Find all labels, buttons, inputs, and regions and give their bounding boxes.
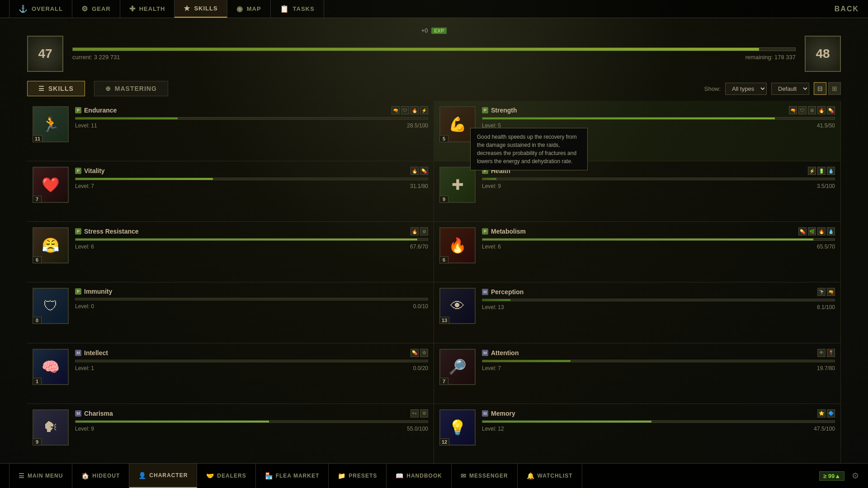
- skill-value: 67.6/70: [410, 244, 428, 250]
- skill-card-vitality[interactable]: ❤️ 7 P Vitality 🔥💊 Level: 7 31.1/80: [27, 161, 434, 222]
- skill-icons: ⭐🔷: [817, 409, 835, 418]
- dealers-icon: 🤝: [206, 472, 214, 479]
- watchlist-icon: 🔔: [527, 472, 535, 479]
- level-row: 47 current: 3 229 731 remaining: 178 337…: [27, 36, 841, 72]
- skill-effect-icon: 🗝: [410, 409, 419, 418]
- nav-map[interactable]: ◉ MAP: [227, 0, 271, 18]
- bottom-presets[interactable]: 📁 PRESETS: [329, 464, 387, 488]
- bottom-dealers[interactable]: 🤝 DEALERS: [197, 464, 255, 488]
- skill-effect-icon: 📍: [827, 349, 835, 357]
- skill-name: Stress Resistance: [84, 228, 139, 235]
- view-list-button[interactable]: ⊟: [814, 82, 826, 95]
- bottom-main-menu[interactable]: ☰ MAIN MENU: [9, 464, 72, 488]
- handbook-label: HANDBOOK: [406, 473, 442, 479]
- skill-icons: 🔭🔫: [817, 288, 835, 296]
- skill-bar-background: [75, 117, 428, 120]
- bottom-watchlist[interactable]: 🔔 WATCHLIST: [518, 464, 582, 488]
- skill-effect-icon: ⚙: [420, 227, 428, 235]
- skill-card-health[interactable]: ✚ 9 P Health ⚡🔋💧 Level: 9 3.5/100: [434, 161, 841, 222]
- skill-footer: Level: 13 8.1/100: [482, 304, 835, 310]
- skill-name: Metabolism: [491, 228, 526, 235]
- skill-card-immunity[interactable]: 🛡 0 P Immunity Level: 0 0.0/10: [27, 282, 434, 343]
- level-next-icon: 48: [805, 36, 841, 72]
- skill-image-vitality: ❤️ 7: [33, 167, 69, 203]
- nav-overall-label: OVERALL: [32, 5, 63, 12]
- skills-icon: ★: [184, 4, 190, 13]
- skill-name: Strength: [491, 107, 517, 114]
- skill-effect-icon: ⚙: [808, 106, 816, 114]
- skill-value: 55.0/100: [407, 426, 428, 432]
- bottom-right: ≥ 99▲ ⚙: [819, 471, 859, 481]
- skill-bar-background: [75, 420, 428, 423]
- skill-info-intellect: M Intellect 💊⚙ Level: 1 0.0/20: [75, 349, 428, 371]
- skill-card-strength[interactable]: 💪 5 P Strength 🔫🛡⚙🔥💊 Good health speeds …: [434, 101, 841, 161]
- nav-overall[interactable]: ⚓ OVERALL: [9, 0, 72, 18]
- skill-image-intellect: 🧠 1: [33, 349, 69, 385]
- skill-type-icon: M: [482, 410, 488, 417]
- mastering-tab[interactable]: ⊕ MASTERING: [94, 81, 168, 96]
- skill-card-metabolism[interactable]: 🔥 6 P Metabolism 💊🌿🔥💧 Level: 6 65.5/70: [434, 222, 841, 282]
- nav-health[interactable]: ✚ HEALTH: [120, 0, 175, 18]
- exp-current: current: 3 229 731: [72, 54, 120, 61]
- bottom-hideout[interactable]: 🏠 HIDEOUT: [72, 464, 129, 488]
- bottom-handbook[interactable]: 📖 HANDBOOK: [387, 464, 452, 488]
- skill-level-badge: 9: [439, 196, 448, 203]
- sort-dropdown[interactable]: Default Name Level: [771, 83, 809, 95]
- bottom-messenger[interactable]: ✉ MESSENGER: [452, 464, 518, 488]
- skill-bar-background: [482, 360, 835, 362]
- show-types-dropdown[interactable]: All types Physical Mental: [725, 83, 767, 95]
- skill-name-row: M Charisma: [75, 410, 113, 417]
- skill-card-attention[interactable]: 🔎 7 M Attention 👁📍 Level: 7 19.7/80: [434, 343, 841, 404]
- handbook-icon: 📖: [396, 472, 404, 479]
- exp-bar-background: [72, 47, 796, 51]
- skill-level-badge: 6: [33, 256, 42, 263]
- skill-type-icon: M: [75, 410, 81, 417]
- skill-effect-icon: 👁: [817, 349, 826, 357]
- bottom-character[interactable]: 👤 CHARACTER: [129, 464, 197, 488]
- skill-footer: Level: 6 67.6/70: [75, 244, 428, 250]
- skill-header: P Immunity: [75, 288, 428, 295]
- back-button[interactable]: BACK: [835, 5, 859, 13]
- skill-bar-fill: [482, 117, 775, 119]
- skill-card-intellect[interactable]: 🧠 1 M Intellect 💊⚙ Level: 1 0.0/20: [27, 343, 434, 404]
- skill-bar-fill: [75, 421, 269, 422]
- skill-value: 31.1/80: [410, 183, 428, 189]
- skill-level-text: Level: 13: [482, 304, 504, 310]
- skill-value: 65.5/70: [817, 244, 835, 250]
- bottom-flea-market[interactable]: 🏪 FLEA MARKET: [256, 464, 329, 488]
- skill-card-perception[interactable]: 👁 13 M Perception 🔭🔫 Level: 13 8.1/100: [434, 282, 841, 343]
- skill-card-endurance[interactable]: 🏃 11 P Endurance 🔫🛡🔥⚡ Level: 11 28.5/100: [27, 101, 434, 161]
- skill-info-metabolism: P Metabolism 💊🌿🔥💧 Level: 6 65.5/70: [482, 227, 835, 250]
- nav-skills[interactable]: ★ SKILLS: [175, 0, 227, 18]
- skill-footer: Level: 6 65.5/70: [482, 244, 835, 250]
- nav-health-label: HEALTH: [139, 5, 165, 12]
- skill-card-charisma[interactable]: 🗣 9 M Charisma 🗝⚙ Level: 9 55.0/100: [27, 404, 434, 465]
- messenger-icon: ✉: [461, 472, 467, 479]
- exp-badge: EXP: [431, 28, 447, 34]
- skill-bar-fill: [482, 239, 813, 240]
- skill-level-badge: 5: [439, 135, 448, 142]
- skill-type-icon: P: [75, 288, 81, 295]
- skill-icons: 🗝⚙: [410, 409, 428, 418]
- skill-header: P Metabolism 💊🌿🔥💧: [482, 227, 835, 235]
- skill-level-text: Level: 9: [75, 426, 94, 432]
- skill-icons: 🔫🛡⚙🔥💊: [789, 106, 835, 114]
- skill-card-memory[interactable]: 💡 12 M Memory ⭐🔷 Level: 12 47.5/100: [434, 404, 841, 465]
- skill-level-text: Level: 6: [482, 244, 501, 250]
- skill-effect-icon: 🔥: [410, 106, 419, 114]
- nav-gear[interactable]: ⚙ GEAR: [72, 0, 120, 18]
- settings-icon[interactable]: ⚙: [852, 471, 859, 481]
- exp-bar-fill: [73, 48, 759, 51]
- skill-name-row: P Immunity: [75, 288, 112, 295]
- skill-icons: 🔥⚙: [410, 227, 428, 235]
- skill-card-stress[interactable]: 😤 6 P Stress Resistance 🔥⚙ Level: 6 67.6…: [27, 222, 434, 282]
- view-grid-button[interactable]: ⊞: [828, 82, 841, 95]
- skill-footer: Level: 9 55.0/100: [75, 426, 428, 432]
- nav-tasks[interactable]: 📋 TASKS: [271, 0, 324, 18]
- skill-value: 41.5/50: [817, 122, 835, 129]
- watchlist-label: WATCHLIST: [538, 473, 573, 479]
- skill-effect-icon: 🔋: [817, 167, 826, 175]
- skills-tab[interactable]: ☰ SKILLS: [27, 81, 85, 96]
- skill-info-perception: M Perception 🔭🔫 Level: 13 8.1/100: [482, 288, 835, 310]
- mastering-tab-label: MASTERING: [115, 85, 157, 92]
